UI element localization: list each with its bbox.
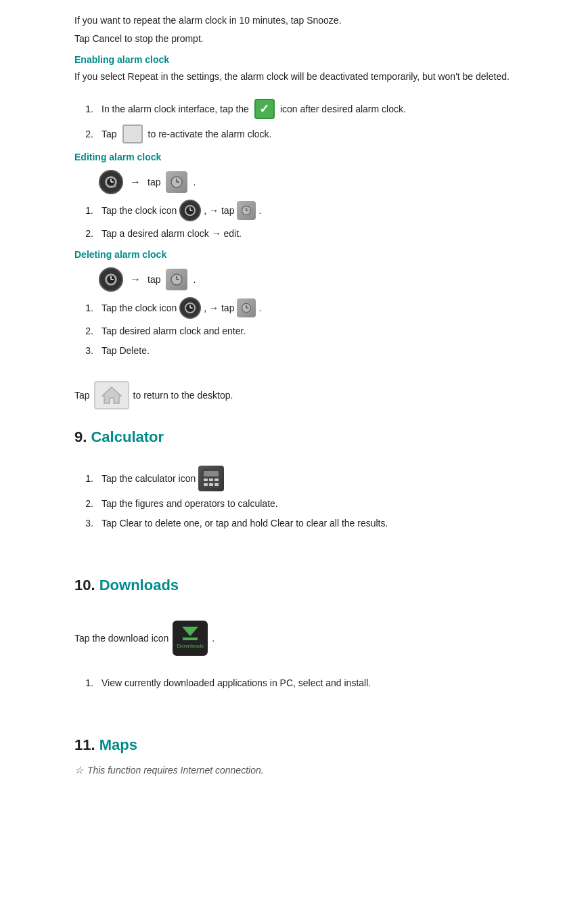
deleting-steps: 1. Tap the clock icon , → tap . bbox=[74, 297, 547, 358]
deleting-step1-c: . bbox=[258, 301, 261, 315]
deleting-s1-clock-icon bbox=[179, 297, 201, 319]
editing-step1-b: , → tap bbox=[204, 204, 234, 218]
enabling-step2-tap: Tap bbox=[101, 127, 117, 141]
tap-download-period: . bbox=[212, 631, 214, 646]
tick-checkbox-icon: ✓ bbox=[254, 99, 275, 119]
maps-heading: 11. Maps bbox=[74, 734, 547, 756]
editing-clock-icon: Clock bbox=[99, 170, 123, 194]
svg-point-0 bbox=[106, 177, 116, 187]
editing-s1-clock-icon bbox=[179, 200, 201, 221]
deleting-icon-row: → tap . bbox=[74, 267, 547, 292]
calc-step-1: 1. Tap the calculator icon bbox=[74, 466, 547, 491]
enabling-desc: If you select Repeat in the settings, th… bbox=[74, 70, 547, 84]
editing-steps: 1. Tap the clock icon , → tap . bbox=[74, 200, 547, 241]
editing-settings-icon bbox=[166, 171, 187, 193]
deleting-arrow: → bbox=[130, 271, 141, 288]
editing-icon-row: Clock → tap . bbox=[74, 170, 547, 194]
download-bar-icon bbox=[183, 638, 198, 640]
svg-rect-29 bbox=[209, 478, 213, 481]
deleting-step-1: 1. Tap the clock icon , → tap . bbox=[74, 297, 547, 319]
svg-marker-25 bbox=[102, 387, 121, 403]
editing-step1-a: Tap the clock icon bbox=[101, 204, 177, 218]
svg-point-7 bbox=[185, 206, 195, 215]
deleting-heading: Deleting alarm clock bbox=[74, 248, 547, 262]
editing-step1-c: . bbox=[258, 204, 261, 218]
enabling-step2-text: to re-activate the alarm clock. bbox=[148, 127, 272, 141]
calculator-heading: 9. Calculator bbox=[74, 426, 547, 448]
calc-step-2: 2. Tap the figures and operators to calc… bbox=[74, 497, 547, 511]
calculator-icon bbox=[198, 466, 224, 491]
deleting-step1-a: Tap the clock icon bbox=[101, 301, 177, 315]
tap-home-suffix: to return to the desktop. bbox=[133, 388, 233, 403]
deleting-step-3: 3. Tap Delete. bbox=[74, 344, 547, 358]
tap-download-text: Tap the download icon bbox=[74, 631, 168, 646]
home-icon bbox=[94, 381, 129, 409]
enabling-step1-text-after: icon after desired alarm clock. bbox=[280, 102, 406, 116]
deleting-tap-text: tap bbox=[148, 273, 160, 287]
downloads-step1-text: View currently downloaded applications i… bbox=[101, 676, 371, 690]
deleting-step2-text: Tap desired alarm clock and enter. bbox=[101, 324, 246, 338]
downloads-steps: 1. View currently downloaded application… bbox=[74, 676, 547, 690]
downloads-heading: 10. Downloads bbox=[74, 574, 547, 596]
deleting-step-2: 2. Tap desired alarm clock and enter. bbox=[74, 324, 547, 338]
maps-note: ☆ This function requires Internet connec… bbox=[74, 763, 547, 778]
calc-step3-text: Tap Clear to delete one, or tap and hold… bbox=[101, 516, 388, 531]
deleting-step1-b: , → tap bbox=[204, 301, 234, 315]
enabling-heading: Enabling alarm clock bbox=[74, 53, 547, 67]
download-arrow-icon bbox=[182, 627, 198, 636]
downloads-label: Downloads bbox=[177, 642, 204, 650]
enabling-step-2: 2. Tap to re-activate the alarm clock. bbox=[74, 125, 547, 143]
editing-tap-text: tap bbox=[148, 175, 160, 189]
downloads-step-1: 1. View currently downloaded application… bbox=[74, 676, 547, 690]
intro-line1: If you want to repeat the alarm clock in… bbox=[74, 14, 547, 28]
deleting-dot: . bbox=[193, 273, 196, 287]
editing-heading: Editing alarm clock bbox=[74, 150, 547, 164]
svg-rect-32 bbox=[209, 483, 213, 486]
deleting-clock-icon bbox=[99, 267, 123, 292]
editing-arrow: → bbox=[130, 174, 141, 190]
svg-rect-33 bbox=[214, 483, 219, 486]
calc-step-3: 3. Tap Clear to delete one, or tap and h… bbox=[74, 516, 547, 531]
editing-s1-settings-icon bbox=[237, 201, 256, 220]
enabling-steps: 1. In the alarm clock interface, tap the… bbox=[74, 99, 547, 143]
enabling-step1-text-before: In the alarm clock interface, tap the bbox=[101, 102, 249, 116]
intro-line2: Tap Cancel to stop the prompt. bbox=[74, 32, 547, 46]
calculator-steps: 1. Tap the calculator icon 2. Tap the fi… bbox=[74, 466, 547, 531]
tap-home-row: Tap to return to the desktop. bbox=[74, 381, 547, 409]
editing-step-2: 2. Tap a desired alarm clock → edit. bbox=[74, 227, 547, 241]
svg-point-19 bbox=[185, 303, 195, 313]
tap-home-label: Tap bbox=[74, 388, 90, 403]
star-icon: ☆ bbox=[74, 764, 83, 776]
deleting-settings-icon bbox=[166, 269, 187, 290]
calc-step2-text: Tap the figures and operators to calcula… bbox=[101, 497, 278, 511]
maps-note-text: This function requires Internet connecti… bbox=[87, 765, 264, 776]
svg-text:Clock: Clock bbox=[108, 184, 117, 188]
enabling-step-1: 1. In the alarm clock interface, tap the… bbox=[74, 99, 547, 119]
downloads-icon: Downloads bbox=[173, 621, 208, 656]
deleting-s1-settings-icon bbox=[237, 298, 256, 317]
deleting-step3-text: Tap Delete. bbox=[101, 344, 150, 358]
svg-rect-27 bbox=[204, 471, 219, 476]
editing-step-1: 1. Tap the clock icon , → tap . bbox=[74, 200, 547, 221]
editing-dot: . bbox=[193, 175, 196, 189]
svg-rect-28 bbox=[204, 478, 208, 481]
calc-step1-text: Tap the calculator icon bbox=[101, 472, 196, 486]
svg-point-13 bbox=[106, 274, 116, 285]
empty-checkbox-icon bbox=[122, 125, 143, 143]
svg-rect-31 bbox=[204, 483, 208, 486]
svg-rect-30 bbox=[214, 478, 219, 481]
editing-step2-text: Tap a desired alarm clock → edit. bbox=[101, 227, 242, 241]
tap-download-row: Tap the download icon Downloads . bbox=[74, 621, 547, 656]
